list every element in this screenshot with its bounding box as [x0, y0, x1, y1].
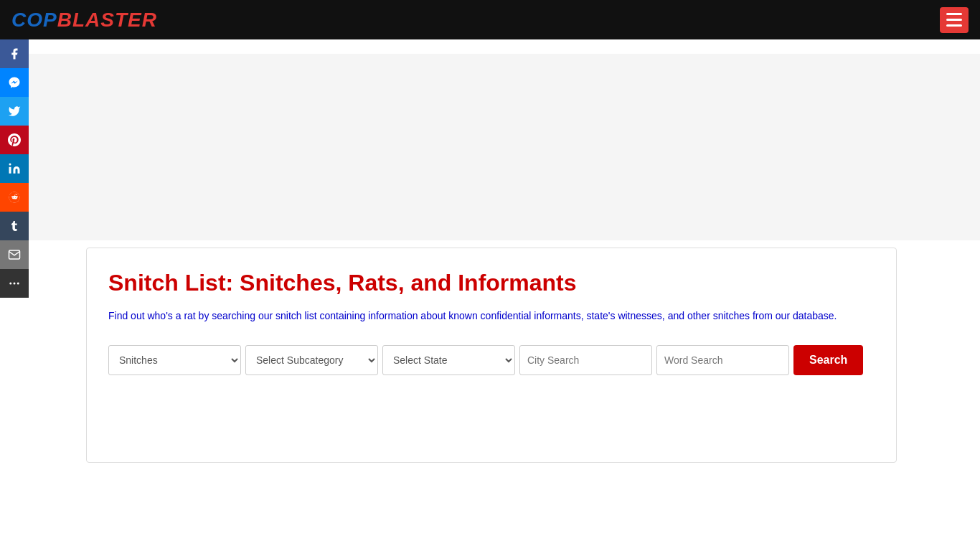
social-messenger[interactable] [0, 68, 29, 97]
search-button[interactable]: Search [793, 345, 863, 375]
social-reddit[interactable] [0, 183, 29, 212]
social-tumblr[interactable] [0, 212, 29, 240]
hamburger-line-2 [946, 19, 962, 21]
social-linkedin[interactable] [0, 154, 29, 183]
hamburger-line-1 [946, 13, 962, 15]
state-select[interactable]: Select StateAlabamaAlaskaArizonaArkansas… [382, 345, 515, 375]
messenger-icon [8, 76, 21, 89]
navbar: COP BLASTER [0, 0, 980, 39]
social-more[interactable] [0, 269, 29, 298]
content-card: Snitch List: Snitches, Rats, and Informa… [86, 248, 897, 463]
tumblr-icon [9, 220, 19, 232]
search-bar: SnitchesCopsJudgesProsecutors Select Sub… [108, 345, 875, 375]
reddit-icon [8, 191, 21, 204]
svg-point-4 [17, 283, 19, 285]
more-icon [8, 277, 21, 290]
subcategory-select[interactable]: Select SubcategoryConfidential Informant… [245, 345, 378, 375]
ad-area [29, 54, 980, 240]
social-facebook[interactable] [0, 39, 29, 68]
social-email[interactable] [0, 240, 29, 269]
hamburger-line-3 [946, 24, 962, 27]
logo-blaster: BLASTER [57, 9, 157, 32]
pinterest-icon [8, 133, 21, 146]
social-sidebar [0, 39, 29, 298]
category-select[interactable]: SnitchesCopsJudgesProsecutors [108, 345, 241, 375]
main-content: Snitch List: Snitches, Rats, and Informa… [29, 39, 980, 484]
page-description: Find out who's a rat by searching our sn… [108, 308, 862, 324]
svg-point-2 [9, 283, 11, 285]
city-search-input[interactable] [519, 345, 652, 375]
hamburger-button[interactable] [940, 7, 969, 33]
social-twitter[interactable] [0, 97, 29, 126]
page-title: Snitch List: Snitches, Rats, and Informa… [108, 270, 875, 296]
linkedin-icon [8, 162, 21, 175]
svg-point-0 [9, 164, 11, 166]
facebook-icon [8, 47, 21, 60]
social-pinterest[interactable] [0, 126, 29, 154]
logo-cop: COP [11, 9, 57, 32]
email-icon [8, 248, 21, 261]
word-search-input[interactable] [656, 345, 789, 375]
svg-point-3 [14, 283, 16, 285]
twitter-icon [8, 105, 21, 118]
site-logo[interactable]: COP BLASTER [11, 9, 157, 32]
